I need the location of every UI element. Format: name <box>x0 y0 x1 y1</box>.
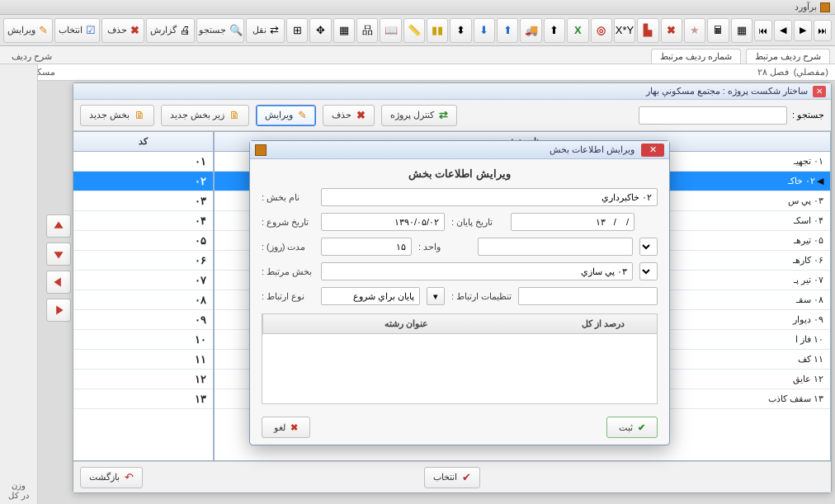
new-subsection-button[interactable]: 🗎زیر بخش جدید <box>161 105 249 126</box>
table-row[interactable]: ۰۳ <box>73 191 213 211</box>
cancel-label: لغو <box>274 422 285 433</box>
linked-section-label: بخش مرتبط : <box>262 266 314 277</box>
left-sidebar-label-1: وزن <box>12 481 26 491</box>
project-control-button[interactable]: ⇄کنترل پروژه <box>381 105 457 126</box>
link-settings-field[interactable] <box>518 287 658 305</box>
new-section-button[interactable]: 🗎بخش جدید <box>80 105 154 126</box>
table-row[interactable]: ۰۷ <box>73 271 213 290</box>
inner-toolbar: 🗎بخش جدید 🗎زیر بخش جدید ✎ویرایش ✖حذف ⇄کن… <box>73 100 831 131</box>
tool-star-icon[interactable]: ★ <box>684 18 705 43</box>
inner-edit-button[interactable]: ✎ویرایش <box>256 105 316 126</box>
tool-icon-9[interactable]: ⬇ <box>474 18 495 43</box>
select-button[interactable]: ☑انتخاب <box>54 18 101 43</box>
arrow-up-button[interactable] <box>46 214 71 238</box>
tab-linked-row-desc[interactable]: شرح ردیف مرتبط <box>746 49 830 64</box>
link-type-field[interactable] <box>321 287 420 305</box>
modal-title-text: ویرایش اطلاعات بخش <box>273 144 635 155</box>
tool-icon-3[interactable]: ▦ <box>333 18 355 43</box>
link-settings-label: تنظیمات ارتباط : <box>451 291 512 302</box>
delete-button[interactable]: ✖حذف <box>101 18 144 43</box>
tool-calc-icon[interactable]: 🖩 <box>707 18 729 43</box>
tool-icon-2[interactable]: ✥ <box>309 18 331 43</box>
edit-button[interactable]: ✎ویرایش <box>3 18 53 43</box>
nav-next-icon[interactable]: ▶ <box>794 20 812 41</box>
table-row[interactable]: ۰۴ <box>73 211 213 231</box>
search-button[interactable]: 🔍جستجو <box>196 18 245 43</box>
tool-icon-8[interactable]: ⬍ <box>450 18 471 43</box>
row-name: ۰۳ پي س <box>788 195 823 206</box>
table-row[interactable]: ۱۲ <box>73 370 213 389</box>
tool-icon-11[interactable]: 🚚 <box>520 18 541 43</box>
submit-button[interactable]: ✔ثبت <box>606 417 658 438</box>
start-date-field[interactable] <box>321 213 445 231</box>
table-row[interactable]: ۰۱ <box>73 152 213 172</box>
table-row[interactable]: ۰۲ <box>73 172 213 191</box>
table-row[interactable]: ۱۱ <box>73 350 213 370</box>
tool-icon-7[interactable]: ▮▮ <box>427 18 448 43</box>
modal-grid: عنوان رشته درصد از کل <box>262 313 658 404</box>
tool-icon-13[interactable]: ▙ <box>637 18 658 43</box>
main-toolbar: ✎ویرایش ☑انتخاب ✖حذف 🖨گزارش 🔍جستجو ⇄نقل … <box>0 15 835 46</box>
cancel-button[interactable]: ✖لغو <box>262 417 310 438</box>
linked-section-select[interactable] <box>639 262 658 280</box>
end-date-label: تاریخ پایان : <box>451 217 504 228</box>
table-row[interactable]: ۱۳ <box>73 389 213 409</box>
grid-code-column: کد ۰۱۰۲۰۳۰۴۰۵۰۶۰۷۰۸۰۹۱۰۱۱۱۲۱۳ <box>73 131 214 461</box>
nav-prev-icon[interactable]: ◀ <box>774 20 792 41</box>
footer-back-button[interactable]: ↶بازگشت <box>80 467 143 488</box>
arrow-panel <box>41 214 71 322</box>
end-date-field[interactable] <box>511 213 635 231</box>
info-left-1: (مفصلي) <box>794 67 828 78</box>
tool-icon-4[interactable]: 品 <box>356 18 378 43</box>
unit-field[interactable] <box>478 238 633 256</box>
tool-delete-icon[interactable]: ✖ <box>661 18 682 43</box>
nav-first-icon[interactable]: ⏮ <box>754 20 772 41</box>
inner-title-bar: ✕ ساختار شکست پروژه : مجتمع مسکونې بهار <box>73 83 831 100</box>
inner-search: جستجو : <box>639 106 824 125</box>
inner-search-input[interactable] <box>639 106 787 125</box>
start-date-label: تاریخ شروع : <box>262 217 314 228</box>
tool-target-icon[interactable]: ◎ <box>591 18 612 43</box>
move-button-label: نقل <box>252 25 267 35</box>
submit-label: ثبت <box>619 422 633 433</box>
inner-close-icon[interactable]: ✕ <box>813 86 826 97</box>
linked-section-field[interactable] <box>321 262 633 280</box>
tab-linked-row-no[interactable]: شماره ردیف مرتبط <box>651 49 741 64</box>
unit-select[interactable] <box>639 238 658 256</box>
tool-xy-icon[interactable]: X*Y <box>614 18 635 43</box>
modal-close-icon[interactable]: ✕ <box>641 144 664 157</box>
link-type-dropdown-icon[interactable]: ▾ <box>427 287 445 305</box>
inner-delete-button[interactable]: ✖حذف <box>323 105 375 126</box>
table-row[interactable]: ۰۶ <box>73 251 213 271</box>
nav-last-icon[interactable]: ⏭ <box>814 20 832 41</box>
move-button[interactable]: ⇄نقل <box>246 18 285 43</box>
arrow-left-button[interactable] <box>46 271 71 294</box>
tool-excel-icon[interactable]: X <box>567 18 588 43</box>
tool-icon-10[interactable]: ⬆ <box>497 18 518 43</box>
footer-back-label: بازگشت <box>89 472 120 483</box>
footer-select-button[interactable]: ✔انتخاب <box>424 467 480 488</box>
table-row[interactable]: ۰۸ <box>73 290 213 310</box>
tool-grid-icon[interactable]: ▦ <box>731 18 752 43</box>
tool-icon-12[interactable]: ⬆ <box>544 18 565 43</box>
table-row[interactable]: ۱۰ <box>73 330 213 350</box>
info-line: مسکونې بهار فصل ۲۸ (مفصلي) <box>0 64 835 81</box>
arrow-down-button[interactable] <box>46 243 71 266</box>
modal-footer: ✔ثبت ✖لغو <box>250 410 669 445</box>
duration-field[interactable] <box>321 238 412 256</box>
new-section-label: بخش جدید <box>89 110 130 120</box>
row-name: ۰۴ اسکـ <box>794 215 823 226</box>
table-row[interactable]: ۰۹ <box>73 310 213 330</box>
tool-icon-6[interactable]: 📏 <box>403 18 425 43</box>
report-button[interactable]: 🖨گزارش <box>146 18 194 43</box>
modal-body: نام بخش : تاریخ شروع : تاریخ پایان : مدت… <box>250 185 669 309</box>
table-row[interactable]: ۰۵ <box>73 231 213 251</box>
name-field[interactable] <box>321 188 658 206</box>
modal-icon <box>255 144 267 156</box>
arrow-right-button[interactable] <box>46 299 71 322</box>
tool-icon-5[interactable]: 📖 <box>380 18 401 43</box>
grid-code-header: کد <box>73 132 213 152</box>
tool-icon-1[interactable]: ⊞ <box>286 18 308 43</box>
info-left-2: فصل ۲۸ <box>757 67 789 78</box>
unit-label: واحد : <box>418 242 471 252</box>
